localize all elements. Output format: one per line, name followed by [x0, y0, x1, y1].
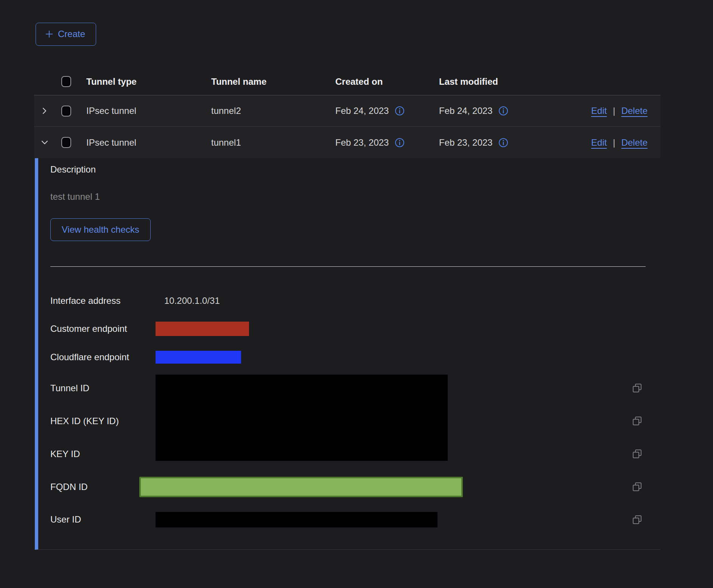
copy-icon[interactable] — [632, 482, 642, 492]
view-health-checks-button[interactable]: View health checks — [50, 218, 151, 241]
delete-link-tunnel2[interactable]: Delete — [621, 106, 648, 116]
tunnel-details: Interface address 10.200.1.0/31 Customer… — [50, 287, 660, 536]
tunnel-id-label: Tunnel ID — [50, 383, 156, 394]
user-id-label: User ID — [50, 514, 156, 525]
delete-link-tunnel1[interactable]: Delete — [621, 137, 648, 148]
detail-row-fqdn-id: FQDN ID — [50, 470, 660, 503]
actions-separator: | — [613, 106, 615, 116]
column-header-created-on: Created on — [331, 76, 434, 87]
ids-redaction-block — [156, 375, 448, 461]
detail-row-customer-endpoint: Customer endpoint — [50, 315, 660, 343]
table-header-row: Tunnel type Tunnel name Created on Last … — [34, 68, 660, 95]
column-header-tunnel-type: Tunnel type — [82, 76, 207, 87]
detail-row-user-id: User ID — [50, 503, 660, 536]
collapse-chevron-down-icon[interactable] — [40, 138, 49, 147]
ipsec-tunnels-page: Create Tunnel type Tunnel name Created o… — [0, 0, 713, 588]
copy-icon[interactable] — [632, 449, 642, 459]
create-tunnel-button[interactable]: Create — [36, 23, 96, 46]
select-all-checkbox[interactable] — [61, 76, 71, 87]
interface-address-label: Interface address — [50, 296, 156, 306]
description-value: test tunnel 1 — [50, 191, 660, 202]
expand-chevron-right-icon[interactable] — [40, 107, 49, 115]
info-icon[interactable] — [395, 138, 405, 148]
created-on-cell: Feb 23, 2023 — [335, 137, 389, 148]
last-modified-cell: Feb 24, 2023 — [439, 106, 492, 116]
tunnel-name-cell: tunnel1 — [207, 137, 331, 148]
fqdn-id-redaction — [139, 477, 463, 497]
hex-id-label: HEX ID (KEY ID) — [50, 416, 156, 426]
user-id-redaction — [156, 512, 437, 527]
tunnel-name-cell: tunnel2 — [207, 106, 331, 116]
created-on-cell: Feb 24, 2023 — [335, 106, 389, 116]
copy-icon[interactable] — [632, 416, 642, 426]
info-icon[interactable] — [498, 138, 508, 148]
row-checkbox-tunnel1[interactable] — [61, 137, 71, 148]
copy-icon[interactable] — [632, 515, 642, 525]
edit-link-tunnel2[interactable]: Edit — [591, 106, 607, 116]
table-row-tunnel1: IPsec tunnel tunnel1 Feb 23, 2023 Feb 23… — [34, 127, 660, 158]
column-header-tunnel-name: Tunnel name — [207, 76, 331, 87]
tunnels-table: Tunnel type Tunnel name Created on Last … — [34, 68, 660, 550]
description-label: Description — [50, 164, 660, 175]
cloudflare-endpoint-redaction — [156, 351, 241, 364]
customer-endpoint-redaction — [156, 322, 249, 336]
copy-icon[interactable] — [632, 383, 642, 393]
info-icon[interactable] — [498, 106, 508, 116]
tunnel-type-cell: IPsec tunnel — [82, 137, 207, 148]
edit-link-tunnel1[interactable]: Edit — [591, 137, 607, 148]
info-icon[interactable] — [395, 106, 405, 116]
actions-separator: | — [613, 137, 615, 148]
customer-endpoint-label: Customer endpoint — [50, 324, 156, 334]
plus-icon — [45, 30, 53, 38]
tunnel1-expanded-panel: Description test tunnel 1 View health ch… — [35, 158, 660, 550]
section-divider — [50, 266, 646, 267]
tunnel-type-cell: IPsec tunnel — [82, 106, 207, 116]
key-id-label: KEY ID — [50, 449, 156, 459]
table-row-tunnel2: IPsec tunnel tunnel2 Feb 24, 2023 Feb 24… — [34, 95, 660, 127]
row-checkbox-tunnel2[interactable] — [61, 106, 71, 117]
detail-row-cloudflare-endpoint: Cloudflare endpoint — [50, 343, 660, 372]
last-modified-cell: Feb 23, 2023 — [439, 137, 492, 148]
column-header-last-modified: Last modified — [434, 76, 540, 87]
interface-address-value: 10.200.1.0/31 — [164, 296, 220, 306]
cloudflare-endpoint-label: Cloudflare endpoint — [50, 352, 156, 362]
detail-row-interface-address: Interface address 10.200.1.0/31 — [50, 287, 660, 315]
create-button-label: Create — [58, 29, 85, 39]
